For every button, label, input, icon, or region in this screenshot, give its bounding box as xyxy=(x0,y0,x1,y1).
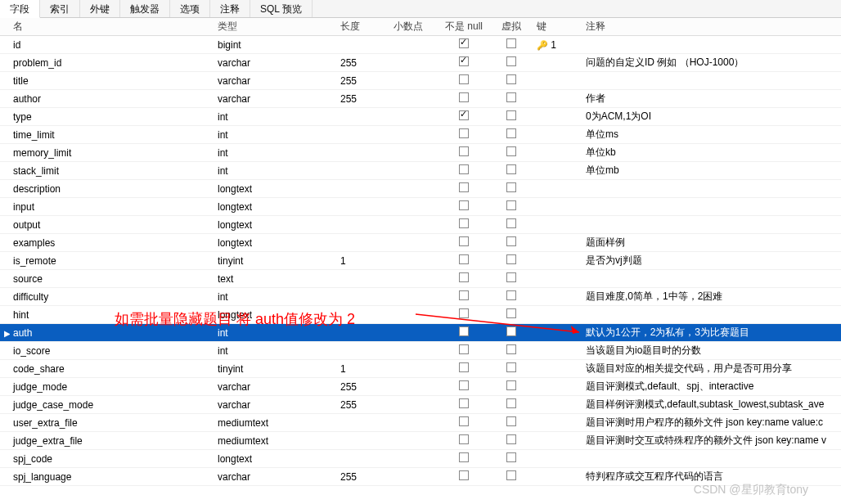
field-decimal[interactable] xyxy=(390,241,439,245)
field-decimal[interactable] xyxy=(390,331,439,335)
field-decimal[interactable] xyxy=(390,61,439,65)
field-name[interactable]: time_limit xyxy=(10,128,214,142)
virtual-checkbox[interactable] xyxy=(506,236,516,246)
field-length[interactable] xyxy=(337,241,390,245)
field-length[interactable]: 255 xyxy=(337,470,390,484)
field-comment[interactable] xyxy=(582,457,841,461)
field-decimal[interactable] xyxy=(390,205,439,209)
field-name[interactable]: examples xyxy=(10,236,214,250)
field-decimal[interactable] xyxy=(390,79,439,83)
virtual-checkbox[interactable] xyxy=(506,146,516,156)
notnull-checkbox[interactable] xyxy=(459,434,469,444)
field-comment[interactable]: 问题的自定义ID 例如 （HOJ-1000） xyxy=(582,54,841,71)
virtual-checkbox[interactable] xyxy=(506,254,516,264)
table-row[interactable]: authorvarchar255作者 xyxy=(0,90,841,108)
tab-5[interactable]: 注释 xyxy=(210,0,250,17)
notnull-checkbox[interactable] xyxy=(459,308,469,318)
field-comment[interactable]: 题目样例评测模式,default,subtask_lowest,subtask_… xyxy=(582,396,841,413)
field-length[interactable]: 255 xyxy=(337,92,390,106)
virtual-checkbox[interactable] xyxy=(506,452,516,462)
field-name[interactable]: code_share xyxy=(10,362,214,376)
virtual-checkbox[interactable] xyxy=(506,110,516,120)
field-type[interactable]: bigint xyxy=(214,38,337,52)
notnull-checkbox[interactable] xyxy=(459,218,469,228)
field-name[interactable]: source xyxy=(10,272,214,286)
field-decimal[interactable] xyxy=(390,421,439,425)
virtual-checkbox[interactable] xyxy=(506,344,516,354)
notnull-checkbox[interactable] xyxy=(459,200,469,210)
field-length[interactable] xyxy=(337,277,390,281)
field-decimal[interactable] xyxy=(390,223,439,227)
field-length[interactable] xyxy=(337,151,390,155)
field-type[interactable]: longtext xyxy=(214,452,337,466)
field-decimal[interactable] xyxy=(390,457,439,461)
notnull-checkbox[interactable] xyxy=(459,146,469,156)
table-row[interactable]: hintlongtext xyxy=(0,306,841,324)
field-type[interactable]: int xyxy=(214,146,337,160)
notnull-checkbox[interactable] xyxy=(459,272,469,282)
field-length[interactable] xyxy=(337,205,390,209)
field-comment[interactable]: 默认为1公开，2为私有，3为比赛题目 xyxy=(582,324,841,341)
field-name[interactable]: memory_limit xyxy=(10,146,214,160)
table-row[interactable]: problem_idvarchar255问题的自定义ID 例如 （HOJ-100… xyxy=(0,54,841,72)
field-comment[interactable]: 作者 xyxy=(582,90,841,107)
table-row[interactable]: stack_limitint单位mb xyxy=(0,162,841,180)
tab-2[interactable]: 外键 xyxy=(80,0,120,17)
table-row[interactable]: judge_modevarchar255题目评测模式,default、spj、i… xyxy=(0,378,841,396)
virtual-checkbox[interactable] xyxy=(506,470,516,480)
notnull-checkbox[interactable] xyxy=(459,38,469,48)
table-row[interactable]: is_remotetinyint1是否为vj判题 xyxy=(0,252,841,270)
field-comment[interactable] xyxy=(582,313,841,317)
field-type[interactable]: longtext xyxy=(214,182,337,196)
field-name[interactable]: spj_code xyxy=(10,452,214,466)
field-name[interactable]: problem_id xyxy=(10,56,214,70)
virtual-checkbox[interactable] xyxy=(506,218,516,228)
field-length[interactable]: 1 xyxy=(337,254,390,268)
field-length[interactable]: 255 xyxy=(337,74,390,88)
notnull-checkbox[interactable] xyxy=(459,128,469,138)
table-row[interactable]: io_scoreint当该题目为io题目时的分数 xyxy=(0,342,841,360)
notnull-checkbox[interactable] xyxy=(459,74,469,84)
virtual-checkbox[interactable] xyxy=(506,200,516,210)
field-type[interactable]: int xyxy=(214,128,337,142)
field-decimal[interactable] xyxy=(390,403,439,407)
field-type[interactable]: varchar xyxy=(214,92,337,106)
table-row[interactable]: spj_codelongtext xyxy=(0,450,841,468)
field-type[interactable]: mediumtext xyxy=(214,416,337,430)
tab-1[interactable]: 索引 xyxy=(40,0,80,17)
field-decimal[interactable] xyxy=(390,313,439,317)
field-type[interactable]: longtext xyxy=(214,236,337,250)
notnull-checkbox[interactable] xyxy=(459,344,469,354)
field-name[interactable]: description xyxy=(10,182,214,196)
field-comment[interactable]: 单位kb xyxy=(582,144,841,161)
virtual-checkbox[interactable] xyxy=(506,272,516,282)
virtual-checkbox[interactable] xyxy=(506,74,516,84)
field-decimal[interactable] xyxy=(390,115,439,119)
field-decimal[interactable] xyxy=(390,259,439,263)
table-row[interactable]: outputlongtext xyxy=(0,216,841,234)
field-length[interactable]: 255 xyxy=(337,398,390,412)
table-row[interactable]: idbigint🔑 1 xyxy=(0,36,841,54)
field-type[interactable]: int xyxy=(214,164,337,178)
field-decimal[interactable] xyxy=(390,349,439,353)
field-comment[interactable]: 是否为vj判题 xyxy=(582,252,841,269)
field-comment[interactable]: 题目评测时用户程序的额外文件 json key:name value:c xyxy=(582,414,841,431)
table-row[interactable]: judge_extra_filemediumtext题目评测时交互或特殊程序的额… xyxy=(0,432,841,450)
table-row[interactable]: sourcetext xyxy=(0,270,841,288)
notnull-checkbox[interactable] xyxy=(459,398,469,408)
virtual-checkbox[interactable] xyxy=(506,362,516,372)
field-length[interactable] xyxy=(337,295,390,299)
field-comment[interactable] xyxy=(582,187,841,191)
field-decimal[interactable] xyxy=(390,97,439,101)
field-length[interactable] xyxy=(337,43,390,47)
field-type[interactable]: longtext xyxy=(214,308,337,322)
field-type[interactable]: int xyxy=(214,344,337,358)
field-comment[interactable]: 题目评测模式,default、spj、interactive xyxy=(582,378,841,395)
field-type[interactable]: longtext xyxy=(214,218,337,232)
field-decimal[interactable] xyxy=(390,187,439,191)
field-comment[interactable]: 该题目对应的相关提交代码，用户是否可用分享 xyxy=(582,360,841,377)
tab-0[interactable]: 字段 xyxy=(0,0,40,18)
notnull-checkbox[interactable] xyxy=(459,380,469,390)
field-type[interactable]: varchar xyxy=(214,380,337,394)
notnull-checkbox[interactable] xyxy=(459,470,469,480)
